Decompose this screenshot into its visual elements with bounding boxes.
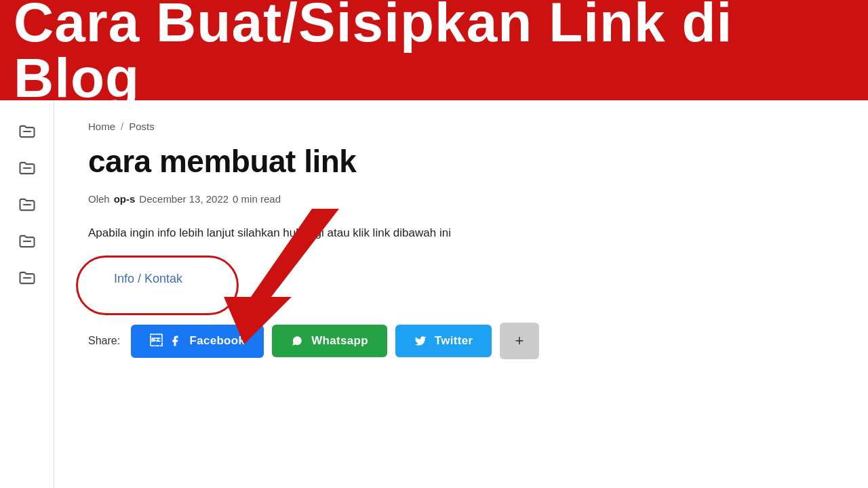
whatsapp-svg-icon xyxy=(291,335,303,347)
meta-date: December 13, 2022 xyxy=(139,193,229,205)
whatsapp-label: Whatsapp xyxy=(311,334,368,348)
twitter-label: Twitter xyxy=(435,334,473,348)
more-label: + xyxy=(515,332,524,350)
share-more-button[interactable]: + xyxy=(500,323,538,359)
post-title: cara membuat link xyxy=(88,143,827,180)
facebook-label: Facebook xyxy=(189,334,245,348)
share-whatsapp-button[interactable]: Whatsapp xyxy=(272,325,387,357)
info-link-wrapper: Info / Kontak xyxy=(88,262,208,296)
meta-prefix: Oleh xyxy=(88,193,110,205)
share-label: Share: xyxy=(88,335,120,347)
share-section: Share:  Facebook Whatsapp Twitter + xyxy=(88,323,827,359)
sidebar-icon-5[interactable] xyxy=(16,267,38,289)
sidebar-icon-3[interactable] xyxy=(16,194,38,216)
facebook-svg-icon xyxy=(169,335,181,347)
post-meta: Oleh op-s December 13, 2022 0 min read xyxy=(88,193,827,205)
post-body: Apabila ingin info lebih lanjut silahkan… xyxy=(88,224,698,242)
meta-read-time: 0 min read xyxy=(233,193,281,205)
breadcrumb-separator: / xyxy=(121,121,123,132)
main-wrapper: Home / Posts cara membuat link Oleh op-s… xyxy=(0,100,868,488)
banner-title: Cara Buat/Sisipkan Link di Blog xyxy=(14,0,854,106)
sidebar-icon-4[interactable] xyxy=(16,230,38,252)
share-twitter-button[interactable]: Twitter xyxy=(395,325,492,357)
facebook-icon:  xyxy=(150,334,162,348)
meta-author: op-s xyxy=(114,193,136,205)
share-facebook-button[interactable]:  Facebook xyxy=(131,325,264,358)
breadcrumb-home[interactable]: Home xyxy=(88,121,115,132)
info-kontak-link[interactable]: Info / Kontak xyxy=(88,262,208,296)
breadcrumb: Home / Posts xyxy=(88,121,827,132)
top-banner: Cara Buat/Sisipkan Link di Blog xyxy=(0,0,868,100)
sidebar xyxy=(0,100,54,488)
breadcrumb-current[interactable]: Posts xyxy=(129,121,155,132)
sidebar-icon-2[interactable] xyxy=(16,157,38,179)
sidebar-icon-1[interactable] xyxy=(16,121,38,142)
content-area: Home / Posts cara membuat link Oleh op-s… xyxy=(54,100,868,488)
twitter-svg-icon xyxy=(414,335,427,347)
